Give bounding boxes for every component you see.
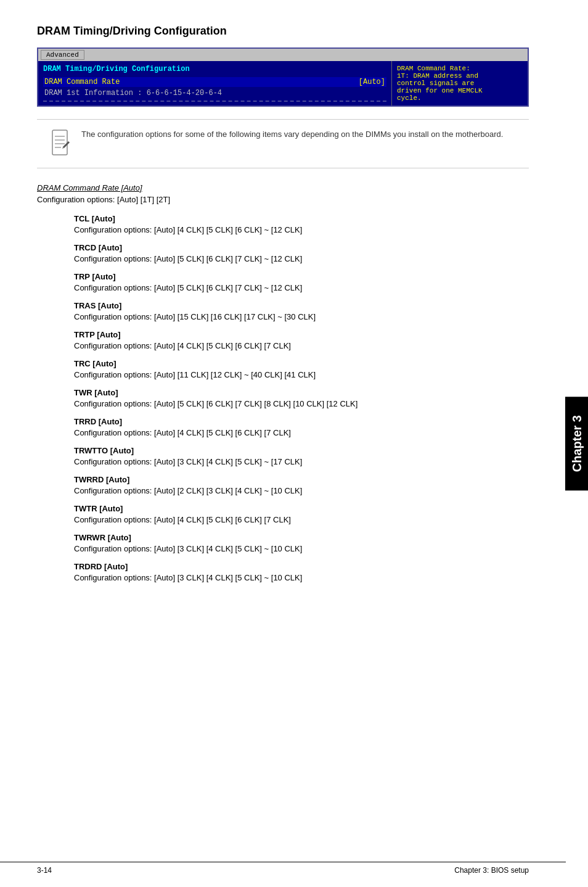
subsection-heading-3: TRAS [Auto] bbox=[74, 301, 529, 310]
subsection-11: TWRWR [Auto]Configuration options: [Auto… bbox=[74, 533, 529, 553]
subsection-8: TRWTTO [Auto]Configuration options: [Aut… bbox=[74, 446, 529, 466]
footer-page-number: 3-14 bbox=[37, 866, 52, 875]
subsection-heading-10: TWTR [Auto] bbox=[74, 504, 529, 513]
dram-command-rate-heading: DRAM Command Rate [Auto] bbox=[37, 183, 529, 192]
footer-chapter-info: Chapter 3: BIOS setup bbox=[454, 866, 529, 875]
bios-help-line3: driven for one MEMCLK bbox=[397, 87, 523, 94]
subsection-heading-7: TRRD [Auto] bbox=[74, 417, 529, 426]
page-footer: 3-14 Chapter 3: BIOS setup bbox=[0, 862, 566, 875]
bios-left-panel: DRAM Timing/Driving Configuration DRAM C… bbox=[38, 61, 392, 105]
subsection-options-5: Configuration options: [Auto] [11 CLK] [… bbox=[74, 370, 529, 379]
note-icon bbox=[47, 128, 71, 159]
bios-help-line1: 1T: DRAM address and bbox=[397, 72, 523, 80]
bios-right-panel: DRAM Command Rate: 1T: DRAM address and … bbox=[392, 61, 528, 105]
subsection-3: TRAS [Auto]Configuration options: [Auto]… bbox=[74, 301, 529, 321]
bios-help-line2: control signals are bbox=[397, 80, 523, 87]
bios-screenshot: Advanced DRAM Timing/Driving Configurati… bbox=[37, 47, 529, 107]
subsection-1: TRCD [Auto]Configuration options: [Auto]… bbox=[74, 243, 529, 263]
subsection-options-12: Configuration options: [Auto] [3 CLK] [4… bbox=[74, 573, 529, 582]
dram-command-rate-options: Configuration options: [Auto] [1T] [2T] bbox=[37, 195, 529, 204]
subsection-options-11: Configuration options: [Auto] [3 CLK] [4… bbox=[74, 544, 529, 553]
subsection-heading-6: TWR [Auto] bbox=[74, 388, 529, 397]
subsection-heading-9: TWRRD [Auto] bbox=[74, 475, 529, 484]
subsection-options-6: Configuration options: [Auto] [5 CLK] [6… bbox=[74, 399, 529, 408]
subsection-heading-1: TRCD [Auto] bbox=[74, 243, 529, 252]
subsection-options-9: Configuration options: [Auto] [2 CLK] [3… bbox=[74, 486, 529, 495]
subsection-10: TWTR [Auto]Configuration options: [Auto]… bbox=[74, 504, 529, 524]
bios-row-info: DRAM 1st Information : 6-6-6-15-4-20-6-4 bbox=[43, 88, 386, 98]
page-title: DRAM Timing/Driving Configuration bbox=[37, 25, 529, 38]
bios-section-title: DRAM Timing/Driving Configuration bbox=[43, 65, 386, 73]
subsection-heading-4: TRTP [Auto] bbox=[74, 330, 529, 339]
bios-row-label: DRAM Command Rate bbox=[44, 78, 120, 86]
dram-command-rate-section: DRAM Command Rate [Auto] Configuration o… bbox=[37, 183, 529, 204]
subsection-heading-8: TRWTTO [Auto] bbox=[74, 446, 529, 455]
chapter-sidebar: Chapter 3 bbox=[566, 0, 588, 887]
bios-row-value: [Auto] bbox=[359, 78, 385, 86]
bios-row-command-rate: DRAM Command Rate [Auto] bbox=[43, 77, 386, 87]
subsection-9: TWRRD [Auto]Configuration options: [Auto… bbox=[74, 475, 529, 495]
subsection-7: TRRD [Auto]Configuration options: [Auto]… bbox=[74, 417, 529, 437]
subsection-heading-2: TRP [Auto] bbox=[74, 272, 529, 281]
svg-rect-0 bbox=[52, 130, 67, 155]
subsection-options-3: Configuration options: [Auto] [15 CLK] [… bbox=[74, 312, 529, 321]
subsection-options-4: Configuration options: [Auto] [4 CLK] [5… bbox=[74, 341, 529, 350]
subsection-12: TRDRD [Auto]Configuration options: [Auto… bbox=[74, 562, 529, 582]
bios-tab-row: Advanced bbox=[38, 49, 528, 61]
bios-help-line4: cycle. bbox=[397, 94, 523, 102]
subsection-heading-11: TWRWR [Auto] bbox=[74, 533, 529, 542]
subsection-heading-12: TRDRD [Auto] bbox=[74, 562, 529, 571]
subsection-options-7: Configuration options: [Auto] [4 CLK] [5… bbox=[74, 428, 529, 437]
bios-dashed-border bbox=[43, 101, 386, 102]
bios-main-area: DRAM Timing/Driving Configuration DRAM C… bbox=[38, 61, 528, 105]
subsection-options-8: Configuration options: [Auto] [3 CLK] [4… bbox=[74, 457, 529, 466]
bios-help-title: DRAM Command Rate: bbox=[397, 65, 523, 72]
subsection-heading-0: TCL [Auto] bbox=[74, 214, 529, 223]
note-box: The configuration options for some of th… bbox=[37, 119, 529, 168]
subsection-options-2: Configuration options: [Auto] [5 CLK] [6… bbox=[74, 283, 529, 292]
subsection-options-1: Configuration options: [Auto] [5 CLK] [6… bbox=[74, 254, 529, 263]
subsection-0: TCL [Auto]Configuration options: [Auto] … bbox=[74, 214, 529, 234]
note-text: The configuration options for some of th… bbox=[81, 128, 503, 141]
subsection-2: TRP [Auto]Configuration options: [Auto] … bbox=[74, 272, 529, 292]
subsection-6: TWR [Auto]Configuration options: [Auto] … bbox=[74, 388, 529, 408]
subsection-5: TRC [Auto]Configuration options: [Auto] … bbox=[74, 359, 529, 379]
subsection-heading-5: TRC [Auto] bbox=[74, 359, 529, 368]
subsection-options-10: Configuration options: [Auto] [4 CLK] [5… bbox=[74, 515, 529, 524]
bios-tab-advanced: Advanced bbox=[41, 50, 84, 60]
subsection-options-0: Configuration options: [Auto] [4 CLK] [5… bbox=[74, 225, 529, 234]
subsections-container: TCL [Auto]Configuration options: [Auto] … bbox=[37, 214, 529, 582]
subsection-4: TRTP [Auto]Configuration options: [Auto]… bbox=[74, 330, 529, 350]
chapter-label: Chapter 3 bbox=[565, 397, 588, 490]
